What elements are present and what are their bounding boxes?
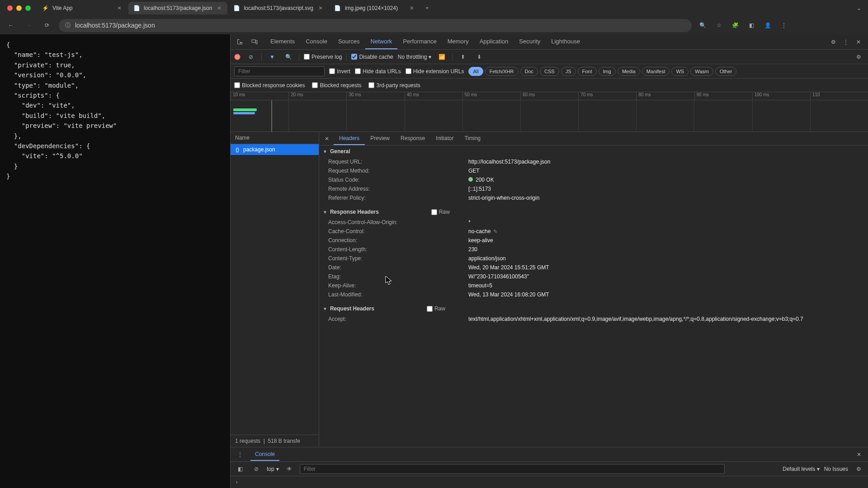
throttling-select[interactable]: No throttling▾ — [398, 54, 432, 60]
blocked-requests-checkbox[interactable]: Blocked requests — [312, 82, 361, 89]
disable-cache-checkbox[interactable]: Disable cache — [351, 54, 393, 60]
back-button[interactable]: ← — [5, 19, 17, 32]
section-request-headers[interactable]: ▼ Request Headers Raw — [319, 303, 868, 314]
import-icon[interactable]: ⬆ — [457, 51, 469, 63]
type-filter-font[interactable]: Font — [578, 67, 597, 76]
address-bar[interactable]: ⓘ localhost:5173/package.json — [59, 19, 692, 32]
clear-icon[interactable]: ⊘ — [245, 51, 257, 63]
type-filter-doc[interactable]: Doc — [520, 67, 538, 76]
invert-checkbox[interactable]: Invert — [329, 68, 350, 75]
issues-link[interactable]: No Issues — [824, 466, 848, 472]
profile-icon[interactable]: 👤 — [762, 20, 773, 31]
type-filter-other[interactable]: Other — [715, 67, 737, 76]
browser-tab[interactable]: 📄 localhost:5173/javascript.svg ✕ — [228, 2, 328, 14]
drawer-menu-icon[interactable]: ⋮ — [234, 449, 246, 460]
type-filter-fetch-xhr[interactable]: Fetch/XHR — [485, 67, 519, 76]
device-toolbar-icon[interactable] — [249, 36, 260, 48]
raw-toggle[interactable]: Raw — [431, 209, 450, 215]
section-general[interactable]: ▼ General — [319, 145, 868, 157]
sidepanel-icon[interactable]: ◧ — [746, 20, 757, 31]
devtools-tab-security[interactable]: Security — [514, 34, 546, 49]
request-list-header[interactable]: Name — [231, 132, 319, 144]
window-close[interactable] — [7, 5, 13, 11]
close-icon[interactable]: ✕ — [317, 5, 324, 12]
browser-tab[interactable]: 📄 img.jpeg (1024×1024) ✕ — [330, 2, 420, 14]
close-drawer-icon[interactable]: ✕ — [854, 449, 864, 460]
filter-icon[interactable]: ▼ — [266, 51, 278, 63]
close-icon[interactable]: ✕ — [116, 5, 123, 12]
zoom-icon[interactable]: 🔍 — [697, 20, 708, 31]
type-filter-wasm[interactable]: Wasm — [690, 67, 713, 76]
live-expression-icon[interactable]: 👁 — [283, 463, 295, 475]
detail-tab-headers[interactable]: Headers — [334, 132, 365, 145]
type-filter-all[interactable]: All — [468, 67, 483, 76]
devtools-tab-lighthouse[interactable]: Lighthouse — [546, 34, 585, 49]
reload-button[interactable]: ⟳ — [41, 19, 53, 32]
close-detail-icon[interactable]: ✕ — [321, 133, 333, 145]
hide-extension-urls-checkbox[interactable]: Hide extension URLs — [406, 68, 464, 75]
clear-console-icon[interactable]: ⊘ — [250, 463, 262, 475]
console-sidebar-icon[interactable]: ◧ — [234, 463, 246, 475]
devtools-tab-application[interactable]: Application — [474, 34, 514, 49]
close-icon[interactable]: ✕ — [408, 5, 415, 12]
preserve-log-checkbox[interactable]: Preserve log — [304, 54, 342, 60]
extensions-icon[interactable]: 🧩 — [730, 20, 741, 31]
close-devtools-icon[interactable]: ✕ — [853, 36, 864, 48]
devtools-tab-network[interactable]: Network — [365, 34, 398, 49]
type-filter-media[interactable]: Media — [618, 67, 640, 76]
devtools-tab-performance[interactable]: Performance — [397, 34, 442, 49]
detail-tab-initiator[interactable]: Initiator — [430, 132, 459, 145]
devtools-tab-elements[interactable]: Elements — [265, 34, 300, 49]
search-icon[interactable]: 🔍 — [283, 51, 294, 63]
devtools-tab-sources[interactable]: Sources — [333, 34, 365, 49]
inspect-icon[interactable] — [234, 36, 246, 48]
console-drawer-tab[interactable]: Console — [250, 448, 279, 461]
console-drawer: ⋮ Console ✕ ◧ ⊘ top▾ 👁 Default levels ▾ … — [231, 447, 868, 488]
new-tab-button[interactable]: + — [421, 2, 434, 14]
log-levels-select[interactable]: Default levels ▾ — [783, 466, 819, 472]
devtools-tab-console[interactable]: Console — [300, 34, 333, 49]
bookmark-icon[interactable]: ☆ — [713, 20, 724, 31]
detail-tab-timing[interactable]: Timing — [459, 132, 486, 145]
third-party-checkbox[interactable]: 3rd-party requests — [368, 82, 420, 89]
filter-input[interactable] — [234, 66, 325, 76]
devtools-tab-memory[interactable]: Memory — [442, 34, 474, 49]
context-select[interactable]: top▾ — [267, 466, 279, 472]
settings-icon[interactable]: ⚙ — [827, 36, 839, 48]
tab-title: img.jpeg (1024×1024) — [345, 5, 405, 11]
hide-data-urls-checkbox[interactable]: Hide data URLs — [355, 68, 401, 75]
console-filter-input[interactable] — [300, 464, 725, 474]
browser-tab[interactable]: 📄 localhost:5173/package.json ✕ — [128, 2, 227, 14]
network-settings-icon[interactable]: ⚙ — [853, 51, 864, 63]
forward-button[interactable]: → — [23, 19, 35, 32]
edit-icon[interactable]: ✎ — [493, 229, 497, 234]
network-conditions-icon[interactable]: 📶 — [436, 51, 448, 63]
menu-icon[interactable]: ⋮ — [778, 20, 789, 31]
more-icon[interactable]: ⋮ — [840, 36, 852, 48]
timeline-tick: 20 ms — [288, 92, 346, 100]
file-icon: 📄 — [334, 5, 341, 12]
export-icon[interactable]: ⬇ — [473, 51, 485, 63]
console-settings-icon[interactable]: ⚙ — [853, 463, 864, 475]
raw-toggle[interactable]: Raw — [427, 305, 445, 312]
type-filter-manifest[interactable]: Manifest — [642, 67, 670, 76]
record-button[interactable] — [234, 54, 241, 60]
blocked-cookies-checkbox[interactable]: Blocked response cookies — [234, 82, 305, 89]
type-filter-ws[interactable]: WS — [671, 67, 689, 76]
header-row: Etag:W/"230-1710346100543" — [319, 272, 868, 281]
window-maximize[interactable] — [25, 5, 31, 11]
type-filter-js[interactable]: JS — [561, 67, 576, 76]
chevron-down-icon[interactable]: ⌄ — [854, 3, 864, 14]
type-filter-img[interactable]: Img — [599, 67, 616, 76]
browser-tab[interactable]: ⚡ Vite App ✕ — [37, 2, 127, 14]
section-response-headers[interactable]: ▼ Response Headers Raw — [319, 206, 868, 218]
close-icon[interactable]: ✕ — [216, 5, 223, 12]
console-prompt[interactable]: › — [231, 476, 868, 488]
detail-tab-response[interactable]: Response — [395, 132, 430, 145]
window-minimize[interactable] — [16, 5, 22, 11]
detail-tab-preview[interactable]: Preview — [365, 132, 395, 145]
request-row[interactable]: {} package.json — [231, 144, 319, 155]
network-timeline[interactable]: 10 ms20 ms30 ms40 ms50 ms60 ms70 ms80 ms… — [231, 92, 868, 132]
type-filter-css[interactable]: CSS — [540, 67, 559, 76]
site-info-icon[interactable]: ⓘ — [65, 22, 71, 29]
